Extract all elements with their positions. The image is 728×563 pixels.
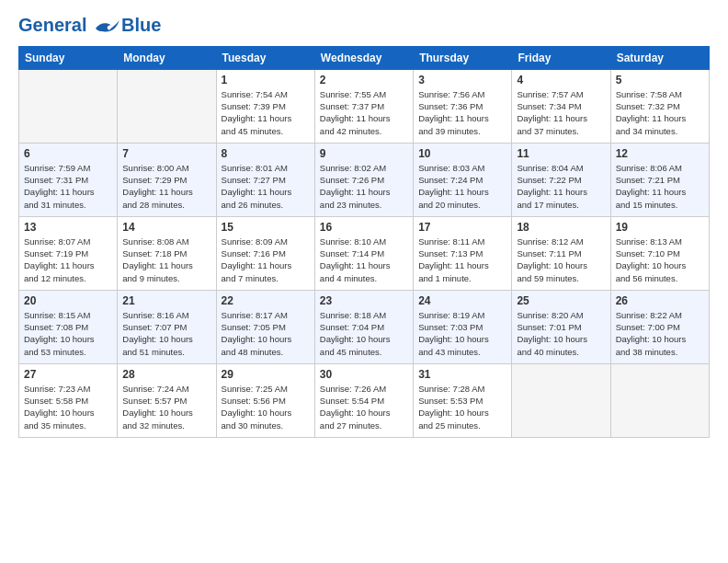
calendar-cell xyxy=(610,363,709,437)
calendar-cell: 15Sunrise: 8:09 AM Sunset: 7:16 PM Dayli… xyxy=(216,216,314,290)
weekday-header-monday: Monday xyxy=(118,46,216,69)
weekday-header-thursday: Thursday xyxy=(414,46,512,69)
calendar-cell: 8Sunrise: 8:01 AM Sunset: 7:27 PM Daylig… xyxy=(216,143,314,216)
day-detail: Sunrise: 7:26 AM Sunset: 5:54 PM Dayligh… xyxy=(320,383,408,431)
day-number: 9 xyxy=(320,147,408,160)
day-number: 18 xyxy=(517,221,605,234)
day-detail: Sunrise: 7:57 AM Sunset: 7:34 PM Dayligh… xyxy=(517,88,605,137)
calendar-cell: 20Sunrise: 8:15 AM Sunset: 7:08 PM Dayli… xyxy=(19,290,118,363)
weekday-header-sunday: Sunday xyxy=(19,46,118,69)
day-detail: Sunrise: 7:56 AM Sunset: 7:36 PM Dayligh… xyxy=(418,88,506,137)
day-number: 27 xyxy=(24,368,112,381)
calendar-cell: 10Sunrise: 8:03 AM Sunset: 7:24 PM Dayli… xyxy=(414,143,512,216)
day-number: 19 xyxy=(616,221,704,234)
day-number: 28 xyxy=(122,368,210,381)
calendar-week-row: 6Sunrise: 7:59 AM Sunset: 7:31 PM Daylig… xyxy=(19,143,710,216)
calendar-cell: 9Sunrise: 8:02 AM Sunset: 7:26 PM Daylig… xyxy=(314,143,413,216)
day-detail: Sunrise: 8:02 AM Sunset: 7:26 PM Dayligh… xyxy=(320,162,408,211)
day-number: 14 xyxy=(122,221,210,234)
day-detail: Sunrise: 8:15 AM Sunset: 7:08 PM Dayligh… xyxy=(24,309,112,358)
day-detail: Sunrise: 8:19 AM Sunset: 7:03 PM Dayligh… xyxy=(418,309,506,358)
day-detail: Sunrise: 8:03 AM Sunset: 7:24 PM Dayligh… xyxy=(418,162,506,211)
day-number: 10 xyxy=(418,147,506,160)
day-number: 16 xyxy=(320,221,408,234)
calendar-week-row: 13Sunrise: 8:07 AM Sunset: 7:19 PM Dayli… xyxy=(19,216,710,290)
day-detail: Sunrise: 7:58 AM Sunset: 7:32 PM Dayligh… xyxy=(616,88,704,137)
calendar-cell: 4Sunrise: 7:57 AM Sunset: 7:34 PM Daylig… xyxy=(512,69,610,143)
day-number: 3 xyxy=(418,74,506,86)
calendar-cell: 16Sunrise: 8:10 AM Sunset: 7:14 PM Dayli… xyxy=(314,216,413,290)
day-detail: Sunrise: 8:10 AM Sunset: 7:14 PM Dayligh… xyxy=(320,236,408,284)
calendar-cell xyxy=(512,363,610,437)
day-number: 6 xyxy=(24,147,112,160)
day-number: 31 xyxy=(418,368,506,381)
calendar-cell: 30Sunrise: 7:26 AM Sunset: 5:54 PM Dayli… xyxy=(314,363,413,437)
day-number: 5 xyxy=(616,74,704,86)
header: General Blue xyxy=(18,15,710,37)
day-number: 24 xyxy=(418,294,506,307)
calendar-cell: 12Sunrise: 8:06 AM Sunset: 7:21 PM Dayli… xyxy=(610,143,709,216)
day-number: 1 xyxy=(222,74,310,86)
day-detail: Sunrise: 8:20 AM Sunset: 7:01 PM Dayligh… xyxy=(517,309,605,358)
calendar-cell: 14Sunrise: 8:08 AM Sunset: 7:18 PM Dayli… xyxy=(118,216,216,290)
calendar-cell: 5Sunrise: 7:58 AM Sunset: 7:32 PM Daylig… xyxy=(610,69,709,143)
day-number: 22 xyxy=(222,294,310,307)
calendar-cell: 25Sunrise: 8:20 AM Sunset: 7:01 PM Dayli… xyxy=(512,290,610,363)
calendar-cell: 23Sunrise: 8:18 AM Sunset: 7:04 PM Dayli… xyxy=(314,290,413,363)
day-detail: Sunrise: 7:25 AM Sunset: 5:56 PM Dayligh… xyxy=(222,383,310,431)
calendar-cell: 31Sunrise: 7:28 AM Sunset: 5:53 PM Dayli… xyxy=(414,363,512,437)
header-row: SundayMondayTuesdayWednesdayThursdayFrid… xyxy=(19,46,710,69)
day-number: 25 xyxy=(517,294,605,307)
calendar-cell: 3Sunrise: 7:56 AM Sunset: 7:36 PM Daylig… xyxy=(414,69,512,143)
day-number: 8 xyxy=(222,147,310,160)
day-detail: Sunrise: 8:16 AM Sunset: 7:07 PM Dayligh… xyxy=(122,309,210,358)
calendar-cell: 21Sunrise: 8:16 AM Sunset: 7:07 PM Dayli… xyxy=(118,290,216,363)
logo-blue: Blue xyxy=(121,15,161,35)
day-number: 7 xyxy=(122,147,210,160)
day-detail: Sunrise: 8:13 AM Sunset: 7:10 PM Dayligh… xyxy=(616,236,704,284)
day-detail: Sunrise: 8:09 AM Sunset: 7:16 PM Dayligh… xyxy=(222,236,310,284)
day-number: 2 xyxy=(320,74,408,86)
day-detail: Sunrise: 7:28 AM Sunset: 5:53 PM Dayligh… xyxy=(418,383,506,431)
calendar-cell: 1Sunrise: 7:54 AM Sunset: 7:39 PM Daylig… xyxy=(216,69,314,143)
day-detail: Sunrise: 7:24 AM Sunset: 5:57 PM Dayligh… xyxy=(122,383,210,431)
day-detail: Sunrise: 8:12 AM Sunset: 7:11 PM Dayligh… xyxy=(517,236,605,284)
calendar-cell: 11Sunrise: 8:04 AM Sunset: 7:22 PM Dayli… xyxy=(512,143,610,216)
day-number: 23 xyxy=(320,294,408,307)
day-detail: Sunrise: 8:06 AM Sunset: 7:21 PM Dayligh… xyxy=(616,162,704,211)
day-number: 4 xyxy=(517,74,605,86)
day-number: 29 xyxy=(222,368,310,381)
calendar-week-row: 20Sunrise: 8:15 AM Sunset: 7:08 PM Dayli… xyxy=(19,290,710,363)
day-number: 11 xyxy=(517,147,605,160)
day-detail: Sunrise: 7:23 AM Sunset: 5:58 PM Dayligh… xyxy=(24,383,112,431)
day-detail: Sunrise: 8:01 AM Sunset: 7:27 PM Dayligh… xyxy=(222,162,310,211)
calendar-cell: 24Sunrise: 8:19 AM Sunset: 7:03 PM Dayli… xyxy=(414,290,512,363)
calendar-cell: 22Sunrise: 8:17 AM Sunset: 7:05 PM Dayli… xyxy=(216,290,314,363)
calendar-cell: 2Sunrise: 7:55 AM Sunset: 7:37 PM Daylig… xyxy=(314,69,413,143)
day-detail: Sunrise: 7:55 AM Sunset: 7:37 PM Dayligh… xyxy=(320,88,408,137)
calendar-week-row: 27Sunrise: 7:23 AM Sunset: 5:58 PM Dayli… xyxy=(19,363,710,437)
calendar-week-row: 1Sunrise: 7:54 AM Sunset: 7:39 PM Daylig… xyxy=(19,69,710,143)
day-detail: Sunrise: 8:00 AM Sunset: 7:29 PM Dayligh… xyxy=(122,162,210,211)
logo: General Blue xyxy=(18,15,161,37)
day-number: 13 xyxy=(24,221,112,234)
calendar-cell: 13Sunrise: 8:07 AM Sunset: 7:19 PM Dayli… xyxy=(19,216,118,290)
logo-general: General xyxy=(18,15,86,35)
day-detail: Sunrise: 8:17 AM Sunset: 7:05 PM Dayligh… xyxy=(222,309,310,358)
day-detail: Sunrise: 7:59 AM Sunset: 7:31 PM Dayligh… xyxy=(24,162,112,211)
day-number: 20 xyxy=(24,294,112,307)
calendar-cell: 6Sunrise: 7:59 AM Sunset: 7:31 PM Daylig… xyxy=(19,143,118,216)
calendar-cell: 29Sunrise: 7:25 AM Sunset: 5:56 PM Dayli… xyxy=(216,363,314,437)
day-number: 17 xyxy=(418,221,506,234)
calendar-cell: 7Sunrise: 8:00 AM Sunset: 7:29 PM Daylig… xyxy=(118,143,216,216)
day-number: 21 xyxy=(122,294,210,307)
calendar-cell: 26Sunrise: 8:22 AM Sunset: 7:00 PM Dayli… xyxy=(610,290,709,363)
day-detail: Sunrise: 8:04 AM Sunset: 7:22 PM Dayligh… xyxy=(517,162,605,211)
day-detail: Sunrise: 7:54 AM Sunset: 7:39 PM Dayligh… xyxy=(222,88,310,137)
calendar-cell xyxy=(19,69,118,143)
day-detail: Sunrise: 8:08 AM Sunset: 7:18 PM Dayligh… xyxy=(122,236,210,284)
weekday-header-friday: Friday xyxy=(512,46,610,69)
day-number: 12 xyxy=(616,147,704,160)
day-detail: Sunrise: 8:22 AM Sunset: 7:00 PM Dayligh… xyxy=(616,309,704,358)
day-detail: Sunrise: 8:07 AM Sunset: 7:19 PM Dayligh… xyxy=(24,236,112,284)
